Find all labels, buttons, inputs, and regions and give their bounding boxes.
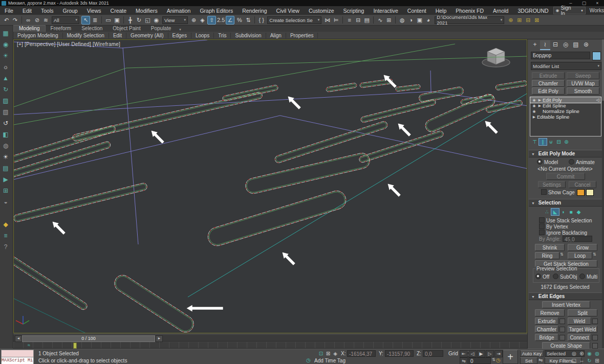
next-frame-button[interactable]: ▷ (486, 350, 494, 357)
polygon-subobject-icon[interactable]: ■ (567, 209, 575, 215)
ribbon-align[interactable]: Align (266, 33, 286, 38)
maximize-button[interactable]: ▢ (577, 1, 591, 6)
viewport-label[interactable]: [+] [Perspective] [User Defined] [Wirefr… (17, 41, 120, 47)
cage-edge-color-swatch[interactable] (586, 189, 594, 196)
time-forward-button[interactable]: ▸ (156, 335, 163, 342)
smooth-preset-button[interactable]: Smooth (567, 87, 599, 95)
go-to-start-button[interactable]: ⇤ (460, 350, 468, 357)
hierarchy-tab-icon[interactable]: ⊟ (550, 40, 560, 49)
stack-row-edit-spline[interactable]: ◉ ▶ Edit Spline (530, 103, 601, 108)
ribbon-minimize-caret-icon[interactable]: ▾ (179, 28, 181, 32)
ignore-backfacing-checkbox[interactable]: Ignore Backfacing (539, 230, 587, 236)
extrude-settings-button[interactable] (559, 318, 565, 324)
curb-wireframe[interactable] (418, 86, 464, 103)
remove-modifier-icon[interactable]: ⊟ (555, 139, 563, 145)
select-and-place-icon[interactable]: ◉ (153, 16, 160, 24)
insert-vertex-button[interactable]: Insert Vertex (542, 301, 590, 308)
curb-wireframe[interactable] (14, 249, 89, 311)
layer-manager-icon[interactable]: ≡ (346, 16, 353, 24)
loop-button[interactable]: Loop (568, 252, 592, 259)
key-icon[interactable]: ◷ (496, 357, 501, 363)
reference-coordinate-dropdown[interactable]: View ▾ (162, 16, 188, 24)
track-bar[interactable]: ≈ (13, 342, 527, 349)
object-color-swatch[interactable] (592, 52, 601, 60)
undo-icon[interactable]: ↶ (3, 16, 10, 24)
import-asset-icon[interactable]: ⊕ (507, 16, 514, 24)
modify-tab-icon[interactable]: ≀ (540, 40, 550, 50)
percent-snap-toggle-icon[interactable]: % (235, 16, 243, 24)
perspective-viewport[interactable]: [+] [Perspective] [User Defined] [Wirefr… (13, 39, 527, 333)
edit-poly-mode-rollout-header[interactable]: ▼ Edit Poly Mode (529, 150, 604, 157)
settings-button[interactable]: Settings (538, 181, 566, 188)
ring-spinner[interactable]: ⇅ (560, 252, 564, 257)
edge-subobject-icon[interactable]: ◣ (551, 208, 559, 216)
curb-wireframe[interactable] (396, 84, 421, 92)
close-button[interactable]: × (591, 1, 604, 6)
maxscript-output-line[interactable] (1, 350, 34, 357)
stack-row-edit-poly[interactable]: ◉ ▶ Edit Poly ◁ (530, 97, 601, 103)
select-and-move-icon[interactable]: ╋ (126, 16, 134, 24)
foliage-icon[interactable]: ▲ (0, 73, 11, 84)
create-shape-settings-button[interactable] (592, 343, 598, 349)
preview-multi-radio[interactable]: Multi (579, 274, 597, 280)
set-keys-button[interactable]: + (503, 350, 518, 364)
turntable-icon[interactable]: ↺ (0, 118, 11, 129)
help-icon[interactable]: ? (0, 241, 11, 253)
add-time-tag[interactable]: Add Time Tag (314, 358, 346, 363)
animate-radio[interactable]: Animate (569, 159, 595, 165)
auto-key-button[interactable]: Auto Key (520, 350, 544, 357)
zoom-extents-all-icon[interactable]: ◍ (593, 350, 601, 357)
curb-wireframe[interactable] (112, 272, 197, 333)
angle-snap-toggle-icon[interactable]: ∠ (226, 16, 234, 25)
preview-subobj-radio[interactable]: SubObj (553, 274, 577, 280)
keyboard-shortcut-override-icon[interactable]: ⇧ (207, 16, 216, 25)
isolate-selection-icon[interactable]: ⊡ (317, 351, 325, 356)
pan-view-icon[interactable]: ⇔ (578, 357, 586, 364)
menu-views[interactable]: Views (82, 8, 106, 14)
ribbon-tris[interactable]: Tris (214, 33, 231, 38)
set-key-button[interactable]: Set Key (520, 357, 537, 364)
curb-wireframe[interactable] (222, 85, 278, 102)
menu-customize[interactable]: Customize (304, 8, 339, 14)
menu-help[interactable]: Help (431, 8, 451, 14)
remove-button[interactable]: Remove (535, 309, 565, 316)
commit-button[interactable]: Commit (546, 173, 585, 180)
menu-modifiers[interactable]: Modifiers (131, 8, 162, 14)
viewport-layout-icon[interactable]: ⊞ (0, 185, 11, 196)
curb-wireframe[interactable] (244, 151, 371, 195)
snaps-toggle-icon[interactable]: 2.5 (217, 16, 225, 24)
bind-to-space-warp-icon[interactable]: ≋ (42, 16, 50, 24)
motion-tab-icon[interactable]: ◎ (560, 40, 571, 49)
model-radio[interactable]: Model (537, 159, 558, 165)
select-object-icon[interactable]: ↖ (81, 16, 90, 25)
stack-row-editable-spline[interactable]: ▶ Editable Spline (530, 114, 601, 120)
project-folder-dropdown[interactable]: D:\Documents\3ds Max 2021 ▾ (435, 16, 504, 24)
menu-rendering[interactable]: Rendering (238, 8, 271, 14)
utilities-tab-icon[interactable]: ⊛ (581, 40, 591, 49)
window-crossing-icon[interactable]: ▣ (113, 16, 121, 24)
make-unique-icon[interactable]: ⊎ (547, 139, 555, 145)
ribbon-edit[interactable]: Edit (109, 33, 126, 38)
zoom-region-icon[interactable]: ◱ (570, 357, 578, 364)
visibility-eye-icon[interactable]: ◉ (531, 104, 537, 108)
maxscript-mini-listener[interactable]: MAXScript Mi (1, 357, 34, 364)
menu-file[interactable]: File (0, 8, 18, 14)
absolute-mode-icon[interactable]: ◈ (332, 351, 339, 356)
spinner-snap-toggle-icon[interactable]: ⇅ (244, 16, 252, 24)
curb-wireframe[interactable] (423, 92, 497, 133)
curb-wireframe[interactable] (14, 183, 148, 222)
scene-camera-icon[interactable]: ▦ (0, 28, 11, 39)
cage-color-swatch[interactable] (577, 189, 585, 196)
menu-content[interactable]: Content (403, 8, 431, 14)
stack-row-normalize-spline[interactable]: ◉ Normalize Spline (530, 108, 601, 114)
edit-edges-rollout-header[interactable]: ▼ Edit Edges (529, 292, 604, 300)
curb-wireframe[interactable] (14, 125, 116, 166)
expand-icon[interactable]: ▶ (537, 104, 543, 108)
curve-editor-icon[interactable]: ∿ (376, 16, 384, 24)
asset-tracking-icon[interactable]: ⊠ (533, 16, 541, 24)
physical-camera-icon[interactable]: ◉ (0, 39, 11, 50)
save-asset-icon[interactable]: ⊟ (524, 16, 532, 24)
menu-animation[interactable]: Animation (162, 8, 196, 14)
menu-arnold[interactable]: Arnold (488, 8, 513, 14)
selection-rollout-header[interactable]: ▼ Selection (529, 199, 604, 207)
